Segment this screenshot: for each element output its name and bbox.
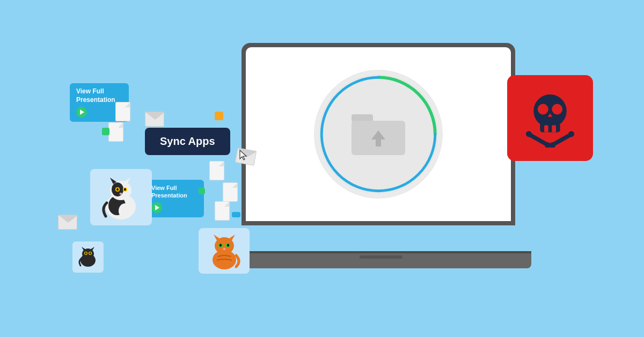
svg-point-26 xyxy=(120,193,122,195)
cat-image-large xyxy=(90,169,152,225)
svg-point-34 xyxy=(90,252,91,254)
svg-point-17 xyxy=(119,203,131,218)
svg-rect-4 xyxy=(540,123,560,133)
svg-point-24 xyxy=(116,188,119,191)
svg-rect-0 xyxy=(352,114,373,122)
sync-apps-button[interactable]: Sync Apps xyxy=(145,128,230,155)
svg-point-7 xyxy=(538,104,548,115)
svg-point-41 xyxy=(219,244,222,246)
laptop-screen xyxy=(246,47,511,221)
laptop xyxy=(231,43,531,268)
svg-point-25 xyxy=(124,188,126,191)
document-3 xyxy=(209,161,224,180)
svg-point-33 xyxy=(85,252,87,254)
envelope-1 xyxy=(145,112,164,127)
green-square-1 xyxy=(102,128,109,135)
green-square-2 xyxy=(199,188,205,194)
vfp-mid-play-button[interactable] xyxy=(151,202,162,213)
floating-items: View Full Presentation Sync Apps View Fu… xyxy=(32,32,247,306)
skull-icon xyxy=(521,89,580,148)
danger-sign xyxy=(507,75,593,161)
cat-large-svg xyxy=(98,173,144,222)
svg-point-10 xyxy=(526,131,532,137)
laptop-screen-outer xyxy=(241,43,515,225)
svg-point-13 xyxy=(568,131,574,137)
svg-rect-5 xyxy=(544,125,548,132)
folder-icon xyxy=(349,110,408,158)
vfp-top-play-button[interactable] xyxy=(76,107,87,118)
document-1 xyxy=(115,102,130,121)
vfp-top-label: View Full Presentation xyxy=(76,87,115,104)
svg-point-8 xyxy=(552,104,562,115)
cat-image-orange xyxy=(199,228,250,274)
view-full-presentation-mid[interactable]: View Full Presentation xyxy=(145,180,204,217)
document-4 xyxy=(223,182,238,202)
cat-image-small xyxy=(72,241,104,273)
document-2 xyxy=(108,122,123,142)
orange-square xyxy=(215,112,223,120)
document-5 xyxy=(215,201,230,221)
svg-point-42 xyxy=(227,244,229,246)
blue-rectangle xyxy=(232,212,240,217)
svg-point-43 xyxy=(223,248,225,250)
svg-rect-6 xyxy=(552,125,556,132)
envelope-3 xyxy=(58,215,77,230)
cat-small-svg xyxy=(76,245,100,269)
vfp-mid-label: View Full Presentation xyxy=(151,185,187,199)
sync-apps-label: Sync Apps xyxy=(160,135,215,147)
laptop-base xyxy=(231,253,531,268)
svg-line-9 xyxy=(530,135,547,145)
cat-orange-svg xyxy=(205,232,244,270)
cursor-pointer xyxy=(239,149,248,161)
screen-circle xyxy=(314,70,443,199)
svg-line-12 xyxy=(553,135,571,145)
